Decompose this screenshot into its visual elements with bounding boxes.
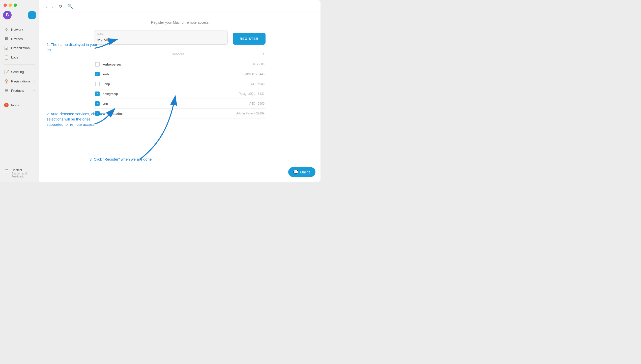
service-name: smb: [103, 72, 240, 76]
maximize-button[interactable]: [14, 4, 17, 7]
sidebar-item-label: Registrations: [11, 79, 30, 83]
annotation-3: 3. Click "Register" when we are done: [90, 157, 152, 162]
registrations-icon: 🏠: [4, 79, 9, 84]
contact-sublabel: Support and Feedback: [12, 172, 35, 178]
refresh-button[interactable]: ↺: [57, 3, 64, 10]
chat-icon: 💬: [293, 170, 298, 174]
external-link-icon: ↗: [33, 80, 35, 83]
service-port: SMB/CIFS - 445: [243, 72, 265, 76]
service-name: upnp: [103, 82, 246, 86]
smb-checkbox[interactable]: [95, 72, 100, 76]
sidebar-divider-2: [4, 98, 35, 98]
name-field: NAME: [94, 31, 228, 45]
sidebar-item-registrations[interactable]: 🏠 Registrations ↗: [0, 77, 39, 86]
sidebar-item-inbox[interactable]: 9 Inbox: [0, 101, 39, 110]
sidebar-item-label: Scripting: [11, 70, 24, 74]
service-row: vnc VNC - 5900: [94, 99, 266, 109]
sidebar-item-label: Products: [11, 89, 24, 93]
scripting-icon: 📝: [4, 70, 9, 74]
nav-section-tools: 📝 Scripting 🏠 Registrations ↗ ☰ Products…: [0, 66, 39, 97]
name-input-wrap: NAME: [94, 31, 228, 45]
service-name: vnc: [103, 102, 246, 106]
nav-section-inbox: 9 Inbox: [0, 99, 39, 111]
main-content: ‹ › ↺ 🔍 Register your Mac for remote acc…: [39, 0, 320, 182]
toolbar: ‹ › ↺ 🔍: [39, 0, 320, 13]
register-row: NAME REGISTER: [94, 31, 266, 45]
service-row: remoteit admin Admin Panel - 29999: [94, 109, 266, 118]
sidebar-item-logs[interactable]: 📋 Logs: [0, 53, 39, 62]
search-button[interactable]: 🔍: [66, 3, 74, 10]
service-name: postgresql: [103, 92, 236, 96]
service-row: kerberos-sec TCP - 88: [94, 59, 266, 69]
sidebar-item-organization[interactable]: 📊 Organization: [0, 43, 39, 53]
products-icon: ☰: [4, 88, 9, 93]
service-port: TCP - 88: [252, 63, 265, 66]
services-header: Services ↺: [94, 52, 266, 56]
upnp-checkbox[interactable]: [95, 82, 100, 86]
minimize-button[interactable]: [9, 4, 12, 7]
online-label: Online: [300, 170, 310, 174]
contact-label: Contact: [12, 168, 35, 172]
sidebar: B + ⊹ Network 🖥 Devices 📊 Organization 📋…: [0, 0, 39, 182]
service-row: upnp TCP - 5000: [94, 79, 266, 89]
sidebar-bottom: 📋 Contact Support and Feedback: [0, 166, 39, 182]
traffic-lights: [0, 0, 39, 9]
sidebar-item-label: Organization: [11, 46, 30, 50]
services-section: Services ↺ kerberos-sec TCP - 88 smb SMB…: [94, 52, 266, 118]
contact-icon: 📋: [4, 169, 9, 173]
register-button[interactable]: REGISTER: [233, 33, 266, 45]
kerberos-checkbox[interactable]: [95, 62, 100, 67]
sidebar-item-devices[interactable]: 🖥 Devices: [0, 34, 39, 43]
close-button[interactable]: [4, 4, 7, 7]
sidebar-item-label: Network: [11, 28, 23, 32]
sidebar-item-label: Logs: [11, 55, 18, 59]
page-title: Register your Mac for remote access: [151, 20, 209, 24]
sidebar-item-products[interactable]: ☰ Products ↗: [0, 86, 39, 95]
vnc-checkbox[interactable]: [95, 101, 100, 106]
online-button[interactable]: 💬 Online: [288, 167, 315, 177]
name-input[interactable]: [94, 36, 227, 44]
content-area: Register your Mac for remote access NAME…: [39, 13, 320, 182]
sidebar-item-label: Inbox: [11, 103, 19, 107]
service-name: kerberos-sec: [103, 63, 249, 66]
annotation-1: 1. The name displayed in your list: [47, 42, 102, 52]
service-name: remoteit admin: [103, 112, 233, 115]
sidebar-item-scripting[interactable]: 📝 Scripting: [0, 67, 39, 77]
sidebar-item-network[interactable]: ⊹ Network: [0, 25, 39, 34]
service-port: Admin Panel - 29999: [236, 112, 265, 115]
user-row: B +: [0, 9, 39, 23]
sidebar-item-contact[interactable]: 📋 Contact Support and Feedback: [4, 168, 35, 178]
service-port: PostgreSQL - 5432: [239, 92, 265, 96]
avatar[interactable]: B: [3, 11, 12, 19]
organization-icon: 📊: [4, 46, 9, 50]
service-port: TCP - 5000: [249, 82, 265, 86]
devices-icon: 🖥: [4, 37, 9, 41]
forward-button[interactable]: ›: [51, 3, 55, 10]
service-port: VNC - 5900: [249, 102, 265, 105]
service-row: smb SMB/CIFS - 445: [94, 69, 266, 79]
remoteit-checkbox[interactable]: [95, 111, 100, 116]
sidebar-item-label: Devices: [11, 37, 23, 41]
logs-icon: 📋: [4, 55, 9, 60]
services-refresh-icon[interactable]: ↺: [261, 52, 265, 56]
inbox-badge: 9: [4, 103, 9, 107]
sidebar-divider-1: [4, 65, 35, 65]
back-button[interactable]: ‹: [44, 3, 48, 10]
nav-section-main: ⊹ Network 🖥 Devices 📊 Organization 📋 Log…: [0, 23, 39, 64]
service-row: postgresql PostgreSQL - 5432: [94, 89, 266, 99]
add-button[interactable]: +: [28, 11, 36, 19]
name-label: NAME: [94, 31, 227, 36]
external-link-icon: ↗: [32, 89, 35, 93]
postgresql-checkbox[interactable]: [95, 92, 100, 96]
services-label: Services: [95, 52, 261, 56]
network-icon: ⊹: [4, 27, 9, 32]
